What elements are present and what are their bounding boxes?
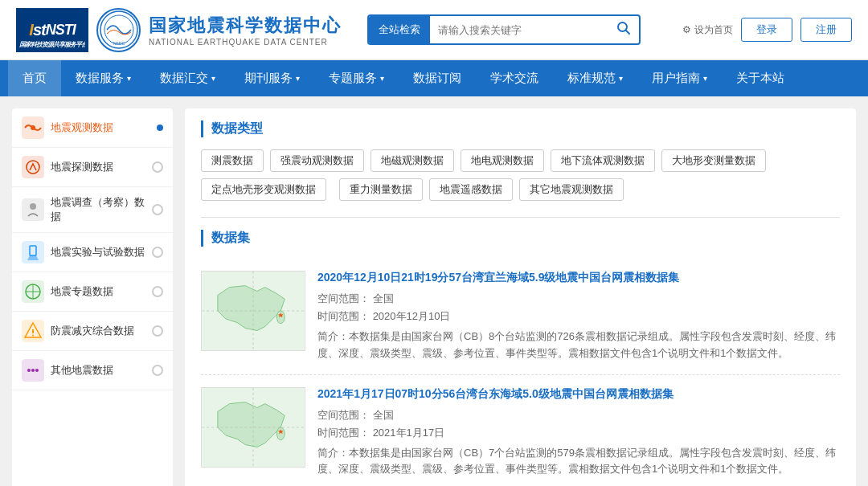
chevron-down-icon: ▾ bbox=[296, 74, 300, 83]
set-homepage-label: 设为首页 bbox=[694, 23, 733, 37]
dataset-item: 2020年12月10日21时19分57台湾宜兰海域5.9级地震中国台网震相数据集… bbox=[201, 259, 840, 375]
svg-point-10 bbox=[30, 203, 36, 210]
gear-icon: ⚙ bbox=[682, 24, 691, 35]
space-range-label: 空间范围： bbox=[317, 292, 370, 304]
sidebar-label-seismic-lab: 地震实验与试验数据 bbox=[51, 245, 145, 259]
chevron-down-icon: ▾ bbox=[619, 74, 623, 83]
dataset-desc: 简介：本数据集是由国家台网（CB）7个台站监测的579条震相数据记录组成。属性字… bbox=[317, 445, 840, 479]
sidebar-item-seismic-detect[interactable]: 地震探测数据 bbox=[12, 148, 173, 187]
sidebar-label-seismic-survey: 地震调查（考察）数据 bbox=[51, 195, 145, 224]
search-area: 全站检索 bbox=[342, 14, 666, 45]
data-type-tags: 测震数据 强震动观测数据 地磁观测数据 地电观测数据 地下流体观测数据 大地形变… bbox=[201, 149, 840, 201]
svg-rect-7 bbox=[22, 156, 44, 178]
seismic-lab-icon bbox=[22, 241, 44, 263]
sidebar-item-seismic-lab[interactable]: 地震实验与试验数据 bbox=[12, 233, 173, 272]
header: Ist 国家科技资源共享服务平台 NEDC 国家地震科学数据中心 NATIONA… bbox=[0, 0, 868, 60]
nav-item-academic[interactable]: 学术交流 bbox=[476, 60, 553, 96]
set-homepage[interactable]: ⚙ 设为首页 bbox=[682, 23, 733, 37]
search-button[interactable] bbox=[608, 21, 639, 39]
main-nav: 首页 数据服务 ▾ 数据汇交 ▾ 期刊服务 ▾ 专题服务 ▾ 数据订阅 学术交流… bbox=[0, 60, 868, 96]
sidebar-radio bbox=[152, 161, 163, 173]
chevron-down-icon: ▾ bbox=[211, 74, 215, 83]
nav-item-home[interactable]: 首页 bbox=[8, 60, 61, 96]
nav-item-subscribe[interactable]: 数据订阅 bbox=[399, 60, 476, 96]
sidebar-label-other: 其他地震数据 bbox=[51, 363, 145, 378]
active-indicator bbox=[157, 125, 163, 131]
center-logo: NEDC bbox=[96, 8, 141, 52]
logo-area: Ist 国家科技资源共享服务平台 NEDC 国家地震科学数据中心 NATIONA… bbox=[16, 8, 342, 52]
svg-point-22 bbox=[31, 369, 35, 372]
dataset-title[interactable]: 2021年1月17日07时10分56台湾台东海域5.0级地震中国台网震相数据集 bbox=[317, 387, 840, 402]
seismic-obs-icon bbox=[22, 116, 44, 139]
tag-dici[interactable]: 地磁观测数据 bbox=[371, 149, 454, 172]
nav-item-data-exchange[interactable]: 数据汇交 ▾ bbox=[145, 60, 230, 96]
login-button[interactable]: 登录 bbox=[741, 18, 792, 42]
dataset-space-range: 空间范围： 全国 bbox=[317, 292, 840, 306]
tag-yaogan[interactable]: 地震遥感数据 bbox=[429, 178, 513, 201]
dataset-time-range: 时间范围： 2021年1月17日 bbox=[317, 426, 840, 440]
seismic-detect-icon bbox=[22, 156, 44, 178]
nav-label-guide: 用户指南 bbox=[652, 71, 700, 86]
sidebar-item-disaster-prevention[interactable]: 防震减灾综合数据 bbox=[12, 312, 173, 351]
sidebar-radio bbox=[152, 204, 163, 215]
nav-label-data-exchange: 数据汇交 bbox=[160, 71, 208, 86]
tag-qita[interactable]: 其它地震观测数据 bbox=[519, 178, 624, 201]
section-title-data-types: 数据类型 bbox=[201, 120, 840, 137]
nsti-logo: Ist 国家科技资源共享服务平台 bbox=[16, 8, 88, 52]
sidebar-item-other[interactable]: 其他地震数据 bbox=[12, 351, 173, 390]
nav-label-special: 专题服务 bbox=[329, 71, 377, 86]
sidebar-item-seismic-special[interactable]: 地震专题数据 bbox=[12, 272, 173, 312]
dataset-space-range: 空间范围： 全国 bbox=[317, 408, 840, 423]
tag-liuti[interactable]: 地下流体观测数据 bbox=[551, 149, 655, 172]
sidebar-radio bbox=[152, 365, 163, 376]
other-seismic-icon bbox=[22, 359, 44, 382]
tag-dingdian[interactable]: 定点地壳形变观测数据 bbox=[201, 178, 326, 201]
dataset-desc: 简介：本数据集是由国家台网（CB）8个台站监测的726条震相数据记录组成。属性字… bbox=[317, 329, 840, 362]
time-range-label: 时间范围： bbox=[317, 427, 370, 439]
nav-label-subscribe: 数据订阅 bbox=[413, 71, 461, 86]
sidebar-radio bbox=[152, 286, 163, 297]
tag-ceizhen[interactable]: 测震数据 bbox=[201, 149, 264, 172]
chevron-down-icon: ▾ bbox=[127, 74, 131, 83]
content-area: 数据类型 测震数据 强震动观测数据 地磁观测数据 地电观测数据 地下流体观测数据… bbox=[185, 108, 856, 486]
header-actions: ⚙ 设为首页 登录 注册 bbox=[682, 18, 852, 42]
nav-item-guide[interactable]: 用户指南 ▾ bbox=[637, 60, 722, 96]
search-label: 全站检索 bbox=[369, 16, 430, 43]
svg-text:NEDC: NEDC bbox=[113, 41, 125, 46]
tag-daxing[interactable]: 大地形变测量数据 bbox=[661, 149, 766, 172]
nav-item-standards[interactable]: 标准规范 ▾ bbox=[553, 60, 637, 96]
nsti-logo-subtext: 国家科技资源共享服务平台 bbox=[19, 40, 85, 49]
svg-point-19 bbox=[32, 335, 34, 337]
search-box: 全站检索 bbox=[367, 14, 641, 45]
time-range-value: 2020年12月10日 bbox=[373, 310, 451, 322]
tag-qianzhen[interactable]: 强震动观测数据 bbox=[270, 149, 364, 172]
site-title-cn: 国家地震科学数据中心 bbox=[149, 14, 342, 38]
dataset-map-image bbox=[201, 271, 305, 351]
space-range-value: 全国 bbox=[373, 292, 394, 304]
time-range-value: 2021年1月17日 bbox=[373, 427, 445, 439]
seismic-survey-icon bbox=[22, 198, 44, 221]
nav-item-journal[interactable]: 期刊服务 ▾ bbox=[230, 60, 314, 96]
nav-label-academic: 学术交流 bbox=[490, 71, 538, 86]
sidebar-item-seismic-survey[interactable]: 地震调查（考察）数据 bbox=[12, 187, 173, 233]
tag-diandian[interactable]: 地电观测数据 bbox=[461, 149, 544, 172]
dataset-item: 2021年1月17日07时10分56台湾台东海域5.0级地震中国台网震相数据集 … bbox=[201, 375, 840, 486]
section-divider bbox=[201, 217, 840, 218]
sidebar-radio bbox=[152, 325, 163, 337]
search-input[interactable] bbox=[430, 24, 608, 36]
dataset-title[interactable]: 2020年12月10日21时19分57台湾宜兰海域5.9级地震中国台网震相数据集 bbox=[317, 271, 840, 285]
nav-label-standards: 标准规范 bbox=[567, 71, 616, 86]
dataset-info: 2020年12月10日21时19分57台湾宜兰海域5.9级地震中国台网震相数据集… bbox=[317, 271, 840, 362]
nav-item-about[interactable]: 关于本站 bbox=[722, 60, 799, 96]
sidebar-label-disaster-prevention: 防震减灾综合数据 bbox=[51, 324, 145, 338]
tag-zhongli[interactable]: 重力测量数据 bbox=[339, 178, 423, 201]
register-button[interactable]: 注册 bbox=[800, 18, 852, 42]
sidebar-radio bbox=[152, 247, 163, 258]
nav-item-data-service[interactable]: 数据服务 ▾ bbox=[61, 60, 145, 96]
space-range-value: 全国 bbox=[373, 409, 394, 421]
sidebar-label-seismic-special: 地震专题数据 bbox=[51, 284, 145, 299]
site-title-en: NATIONAL EARTHQUAKE DATA CENTER bbox=[149, 38, 342, 47]
svg-point-21 bbox=[27, 369, 31, 372]
sidebar-item-seismic-obs[interactable]: 地震观测数据 bbox=[12, 108, 173, 148]
nav-item-special[interactable]: 专题服务 ▾ bbox=[314, 60, 399, 96]
